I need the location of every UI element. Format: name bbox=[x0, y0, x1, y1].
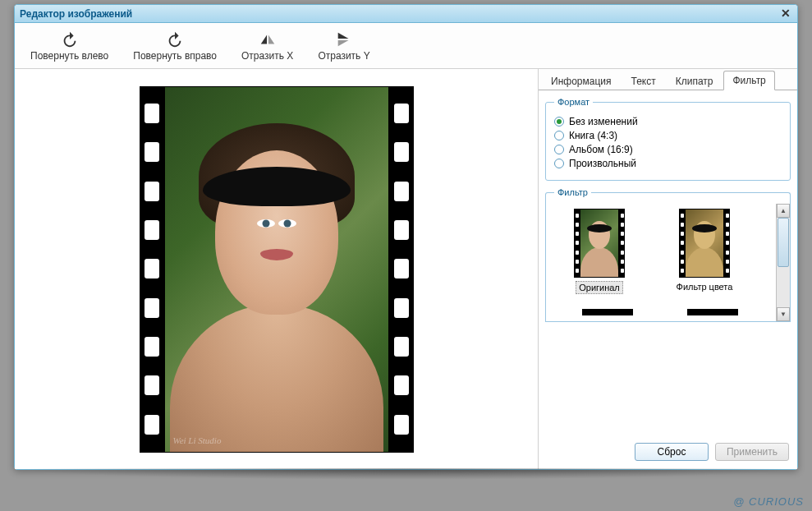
button-row: Сброс Применить bbox=[545, 440, 791, 463]
filter-group: Фильтр Оригинал bbox=[545, 187, 791, 463]
format-option-label: Произвольный bbox=[569, 158, 636, 169]
format-option-no-change[interactable]: Без изменений bbox=[554, 116, 782, 127]
format-option-custom[interactable]: Произвольный bbox=[554, 158, 782, 169]
filter-thumb-color[interactable]: Фильтр цвета bbox=[659, 209, 750, 294]
panel-body: Формат Без изменений Книга (4:3) Альбом … bbox=[539, 90, 797, 469]
footer-credit: @ CURIOUS bbox=[733, 495, 804, 508]
format-option-label: Без изменений bbox=[569, 116, 638, 127]
watermark: Wei Li Studio bbox=[173, 435, 222, 445]
tab-filter[interactable]: Фильтр bbox=[723, 71, 774, 90]
reset-button[interactable]: Сброс bbox=[635, 443, 709, 461]
format-option-album[interactable]: Альбом (16:9) bbox=[554, 144, 782, 155]
rotate-left-button[interactable]: Повернуть влево bbox=[21, 28, 117, 64]
rotate-right-icon bbox=[165, 30, 185, 48]
photo-content: Wei Li Studio bbox=[165, 87, 388, 452]
format-option-label: Альбом (16:9) bbox=[569, 144, 633, 155]
tab-text[interactable]: Текст bbox=[622, 71, 664, 90]
rotate-left-icon bbox=[60, 30, 80, 48]
window-title: Редактор изображений bbox=[20, 8, 779, 20]
format-option-book[interactable]: Книга (4:3) bbox=[554, 130, 782, 141]
titlebar: Редактор изображений ✕ bbox=[15, 5, 797, 23]
format-group: Формат Без изменений Книга (4:3) Альбом … bbox=[545, 97, 791, 181]
tab-clipart[interactable]: Клипатр bbox=[667, 71, 723, 90]
thumb-label: Фильтр цвета bbox=[674, 281, 736, 292]
tab-bar: Информация Текст Клипатр Фильтр bbox=[539, 69, 797, 90]
filter-thumb-original[interactable]: Оригинал bbox=[554, 209, 645, 294]
film-sprockets-right bbox=[389, 86, 414, 453]
flip-x-label: Отразить X bbox=[241, 50, 293, 62]
partial-thumb-row bbox=[554, 309, 768, 315]
window-shadow bbox=[14, 468, 798, 480]
format-option-label: Книга (4:3) bbox=[569, 130, 617, 141]
scroll-track[interactable] bbox=[777, 218, 790, 307]
rotate-right-button[interactable]: Повернуть вправо bbox=[124, 28, 226, 64]
rotate-left-label: Повернуть влево bbox=[30, 50, 108, 62]
radio-icon bbox=[554, 131, 564, 140]
thumbnail-image bbox=[679, 209, 730, 278]
canvas-area: Wei Li Studio bbox=[15, 69, 538, 469]
radio-icon bbox=[554, 145, 564, 154]
image-preview[interactable]: Wei Li Studio bbox=[140, 86, 414, 453]
radio-icon bbox=[554, 159, 564, 168]
side-panel: Информация Текст Клипатр Фильтр Формат Б… bbox=[538, 69, 797, 469]
film-sprockets-left bbox=[140, 86, 164, 453]
image-editor-window: Редактор изображений ✕ Повернуть влево П… bbox=[14, 4, 798, 470]
close-icon[interactable]: ✕ bbox=[779, 7, 792, 21]
filter-thumbnails-area: Оригинал Фильтр цвета bbox=[545, 204, 791, 322]
thumbnail-image bbox=[574, 209, 625, 278]
rotate-right-label: Повернуть вправо bbox=[133, 50, 217, 62]
flip-y-label: Отразить Y bbox=[318, 50, 369, 62]
filter-legend: Фильтр bbox=[554, 187, 591, 197]
thumb-label: Оригинал bbox=[576, 281, 623, 294]
scroll-up-icon[interactable]: ▲ bbox=[777, 204, 790, 218]
radio-icon bbox=[554, 117, 564, 127]
toolbar: Повернуть влево Повернуть вправо Отразит… bbox=[15, 23, 797, 69]
scroll-thumb[interactable] bbox=[778, 218, 789, 267]
flip-horizontal-icon bbox=[258, 30, 278, 48]
flip-x-button[interactable]: Отразить X bbox=[232, 28, 302, 64]
flip-vertical-icon bbox=[334, 30, 354, 48]
format-legend: Формат bbox=[554, 97, 593, 107]
content-area: Wei Li Studio Информация Текст Клипатр Ф… bbox=[15, 69, 797, 469]
tab-information[interactable]: Информация bbox=[542, 71, 620, 90]
scroll-down-icon[interactable]: ▼ bbox=[777, 307, 790, 321]
apply-button: Применить bbox=[715, 443, 789, 461]
flip-y-button[interactable]: Отразить Y bbox=[309, 28, 378, 64]
filter-scrollbar[interactable]: ▲ ▼ bbox=[776, 204, 790, 321]
